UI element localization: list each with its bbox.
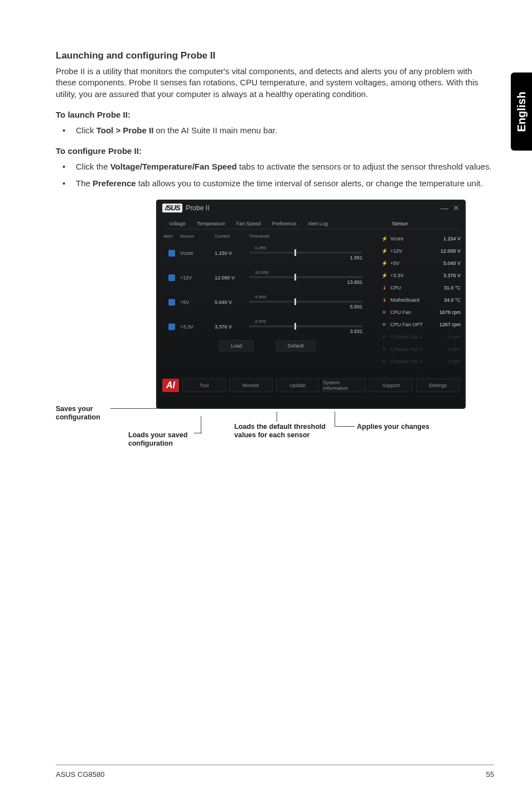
sensor-value: 5.040 V: [443, 260, 461, 266]
row-current: 5.040 V: [215, 299, 249, 305]
tabs-row: Voltage Temperature Fan Speed Preference…: [157, 216, 465, 229]
table-row: Vcore1.150 V0.2901.551: [163, 241, 373, 265]
sensor-row: ✳CPU Fan1678 rpm: [380, 306, 461, 318]
tab-voltage[interactable]: Voltage: [163, 219, 191, 229]
tab-preference[interactable]: Preference: [267, 219, 302, 229]
footer-rule: [56, 765, 494, 765]
sensor-row: ⚡+3.3V3.376 V: [380, 269, 461, 282]
callout-apply: Applies your changes: [357, 423, 463, 431]
sensor-name: +3.3V: [390, 273, 443, 278]
sensor-row: 🌡CPU31.0 °C: [380, 282, 461, 294]
sensor-row: ✳CPU Fan OPT1267 rpm: [380, 318, 461, 331]
sb-update[interactable]: Update: [276, 379, 320, 392]
sensor-panel: ⚡Vcore1.154 V⚡+12V12.006 V⚡+5V5.040 V⚡+3…: [377, 233, 461, 366]
sensor-value: 1.154 V: [443, 236, 461, 241]
sb-tool[interactable]: Tool: [182, 379, 226, 392]
sensor-value: 12.006 V: [441, 248, 461, 254]
window-title: Probe II: [186, 204, 209, 212]
thermometer-icon: 🌡: [380, 297, 388, 303]
sensor-value: 0 rpm: [448, 334, 461, 340]
sensor-name: Chassis Fan 2: [390, 346, 448, 352]
sensor-row: 🌡MotherBoard34.0 °C: [380, 294, 461, 306]
page-footer: ASUS CG8580 55: [56, 770, 494, 779]
sensor-value: 0 rpm: [448, 346, 461, 352]
table-row: +5V5.040 V4.5005.501: [163, 290, 373, 315]
sb-support[interactable]: Support: [369, 379, 413, 392]
fan-icon: ✳: [380, 359, 388, 364]
col-alert: Alert: [163, 234, 180, 239]
bolt-icon: ⚡: [380, 260, 388, 266]
row-threshold[interactable]: 0.2901.551: [249, 245, 373, 260]
row-sensor: +12V: [180, 275, 215, 281]
fan-icon: ✳: [380, 322, 388, 327]
sensor-name: CPU Fan: [390, 310, 439, 315]
bolt-icon: ⚡: [380, 236, 388, 241]
callout-save: Saves your configuration: [56, 405, 112, 422]
sensor-name: MotherBoard: [390, 297, 444, 303]
callout-load-saved: Loads your saved configuration: [128, 431, 212, 448]
sensor-row: ⚡Vcore1.154 V: [380, 233, 461, 245]
sensor-value: 0 rpm: [448, 359, 461, 364]
sensor-value: 31.0 °C: [444, 285, 461, 291]
sensor-name: Chassis Fan 3: [390, 359, 448, 364]
row-threshold[interactable]: 10.20013.801: [249, 270, 373, 285]
table-row: +12V12.060 V10.20013.801: [163, 265, 373, 290]
row-current: 3.376 V: [215, 324, 249, 330]
sb-settings[interactable]: Settings: [416, 379, 460, 392]
brand-logo: /SUS: [162, 204, 182, 212]
sensor-row: ⚡+5V5.040 V: [380, 257, 461, 269]
col-sensor: Sensor: [180, 234, 215, 239]
alert-checkbox[interactable]: [163, 250, 180, 257]
sb-sysinfo[interactable]: System Information: [322, 379, 366, 392]
tab-temperature[interactable]: Temperature: [191, 219, 231, 229]
footer-model: ASUS CG8580: [56, 770, 104, 779]
probe-window: /SUS Probe II — ✕ Voltage Temperature Fa…: [156, 200, 466, 409]
close-icon[interactable]: ✕: [453, 204, 460, 212]
config-title: To configure Probe II:: [56, 146, 494, 156]
minimize-icon[interactable]: —: [441, 204, 448, 212]
status-bar: AI Tool Monitor Update System Informatio…: [157, 373, 465, 398]
row-threshold[interactable]: 2.9703.631: [249, 319, 373, 334]
sensor-row: ✳Chassis Fan 10 rpm: [380, 331, 461, 343]
footer-page: 55: [486, 770, 494, 779]
fan-icon: ✳: [380, 346, 388, 352]
sensor-value: 34.0 °C: [444, 297, 461, 303]
tab-fan-speed[interactable]: Fan Speed: [231, 219, 267, 229]
sb-monitor[interactable]: Monitor: [229, 379, 273, 392]
row-current: 12.060 V: [215, 275, 249, 281]
tab-alert-log[interactable]: Alert Log: [302, 219, 333, 229]
row-sensor: +5V: [180, 299, 215, 305]
intro-paragraph: Probe II is a utility that monitors the …: [56, 66, 494, 100]
col-current: Current: [215, 234, 249, 239]
sensor-name: Chassis Fan 1: [390, 334, 448, 340]
alert-checkbox[interactable]: [163, 323, 180, 330]
sensor-table: Alert Sensor Current Threshold Vcore1.15…: [163, 233, 373, 366]
section-heading: Launching and configuring Probe II: [56, 50, 494, 61]
titlebar: /SUS Probe II — ✕: [157, 200, 465, 216]
row-sensor: Vcore: [180, 250, 215, 256]
load-button[interactable]: Load: [219, 340, 254, 351]
sensor-value: 1678 rpm: [439, 310, 461, 315]
row-current: 1.150 V: [215, 250, 249, 256]
sensor-row: ✳Chassis Fan 30 rpm: [380, 355, 461, 368]
default-button[interactable]: Default: [276, 340, 316, 351]
sensor-name: Vcore: [390, 236, 443, 241]
launch-step: Click Tool > Probe II on the AI Suite II…: [56, 125, 494, 136]
bolt-icon: ⚡: [380, 273, 388, 278]
sensor-value: 1267 rpm: [439, 322, 461, 327]
sensor-row: ⚡+12V12.006 V: [380, 245, 461, 257]
fan-icon: ✳: [380, 334, 388, 340]
tab-sensor[interactable]: Sensor: [386, 219, 461, 229]
row-sensor: +3.3V: [180, 324, 215, 330]
alert-checkbox[interactable]: [163, 299, 180, 306]
launch-title: To launch Probe II:: [56, 110, 494, 119]
callout-defaults: Loads the default threshold values for e…: [234, 423, 329, 439]
alert-checkbox[interactable]: [163, 274, 180, 281]
sensor-name: CPU Fan OPT: [390, 322, 439, 327]
row-threshold[interactable]: 4.5005.501: [249, 294, 373, 310]
ai-logo-icon[interactable]: AI: [162, 379, 179, 392]
bolt-icon: ⚡: [380, 248, 388, 254]
sensor-value: 3.376 V: [443, 273, 461, 278]
table-row: +3.3V3.376 V2.9703.631: [163, 315, 373, 339]
sensor-name: +5V: [390, 260, 443, 266]
